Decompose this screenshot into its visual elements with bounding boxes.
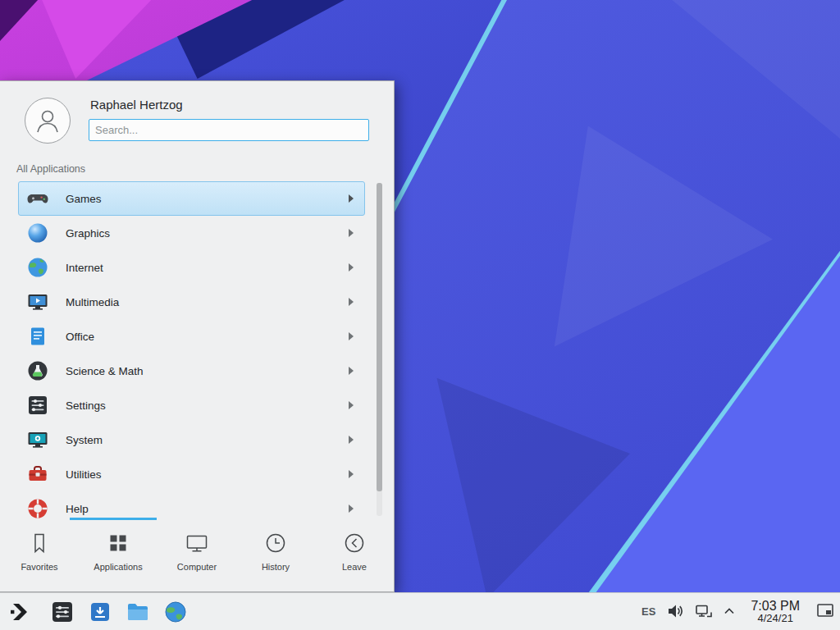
clock-date: 4/24/21 [751,613,800,624]
dark-sliders-icon [50,600,75,624]
scrollbar-thumb[interactable] [377,183,382,491]
blue-folder-icon [126,600,150,624]
category-label: Office [66,331,94,343]
category-item-multimedia[interactable]: Multimedia [18,285,365,319]
taskbar-app-file-manager[interactable] [125,599,151,625]
system-monitor-icon [26,428,49,451]
category-item-internet[interactable]: Internet [18,250,365,285]
application-launcher-button[interactable] [7,599,33,625]
blue-box-icon [88,600,112,624]
submenu-arrow-icon [348,228,354,238]
category-item-help[interactable]: Help [18,491,365,519]
sliders-icon [26,394,49,417]
volume-icon[interactable] [666,602,684,620]
submenu-arrow-icon [348,400,354,410]
network-icon[interactable] [695,602,713,620]
multimedia-monitor-icon [26,290,49,313]
submenu-arrow-icon [348,366,354,376]
category-item-utilities[interactable]: Utilities [18,457,365,491]
tab-history[interactable]: History [236,520,315,592]
tab-label: Computer [177,562,217,572]
submenu-arrow-icon [348,194,354,203]
tab-label: Favorites [21,562,57,572]
tab-label: Applications [94,562,142,572]
list-scrollbar[interactable] [377,183,382,516]
show-desktop-button[interactable] [815,602,835,620]
application-launcher-menu: Raphael Hertzog All Applications Games G… [0,80,395,592]
gamepad-icon [26,187,49,210]
sphere-icon [26,221,49,244]
category-label: System [66,434,103,446]
digital-clock[interactable]: 7:03 PM 4/24/21 [751,599,800,625]
category-label: Help [66,503,89,515]
toolbox-icon [26,463,49,486]
submenu-arrow-icon [348,469,354,479]
person-icon [31,104,64,137]
globe-icon [26,256,49,279]
category-label: Graphics [66,227,110,240]
kde-kickoff-icon [7,600,32,624]
tab-applications[interactable]: Applications [79,520,158,592]
bookmark-icon [27,531,52,555]
category-item-graphics[interactable]: Graphics [18,216,365,250]
desktop: Raphael Hertzog All Applications Games G… [0,0,840,630]
category-label: Utilities [66,468,102,481]
monitor-icon [185,531,209,555]
user-avatar[interactable] [25,98,71,144]
category-item-settings[interactable]: Settings [18,388,365,422]
flask-icon [26,359,49,382]
system-tray: ES 7:03 PM [641,599,835,625]
category-item-system[interactable]: System [18,422,365,457]
category-list: Games Graphics Internet [18,181,365,519]
leave-circle-icon [342,531,367,555]
category-label: Science & Math [66,365,144,377]
show-desktop-icon [815,602,835,620]
document-icon [26,325,49,348]
category-label: Multimedia [66,296,119,308]
tab-computer[interactable]: Computer [158,520,236,592]
submenu-arrow-icon [348,262,354,272]
taskbar-panel: ES 7:03 PM [0,592,840,630]
category-label: Internet [66,262,103,274]
category-label: Games [66,193,102,205]
taskbar-app-system-settings[interactable] [49,599,75,625]
category-item-office[interactable]: Office [18,319,365,354]
launcher-tabbar: Favorites Applications Computer [0,520,394,592]
grid-icon [106,531,130,555]
tab-leave[interactable]: Leave [315,520,394,592]
keyboard-layout-indicator[interactable]: ES [641,605,655,618]
expand-tray-caret-icon[interactable] [724,607,735,615]
submenu-arrow-icon [348,435,354,445]
globe-icon [163,600,188,624]
tab-favorites[interactable]: Favorites [0,520,79,592]
tab-label: Leave [342,562,367,572]
taskbar-app-web-browser[interactable] [162,599,189,625]
tab-label: History [262,562,290,572]
category-item-science-math[interactable]: Science & Math [18,354,365,388]
submenu-arrow-icon [348,504,354,514]
submenu-arrow-icon [348,331,354,341]
user-name: Raphael Hertzog [90,98,183,112]
taskbar-app-software-center[interactable] [87,599,113,625]
clock-time: 7:03 PM [751,599,800,614]
lifebuoy-icon [26,497,49,519]
clock-icon [263,531,288,555]
category-label: Settings [66,399,106,412]
category-item-games[interactable]: Games [18,181,365,216]
section-label: All Applications [16,163,85,175]
search-input[interactable] [89,119,369,141]
submenu-arrow-icon [348,297,354,307]
